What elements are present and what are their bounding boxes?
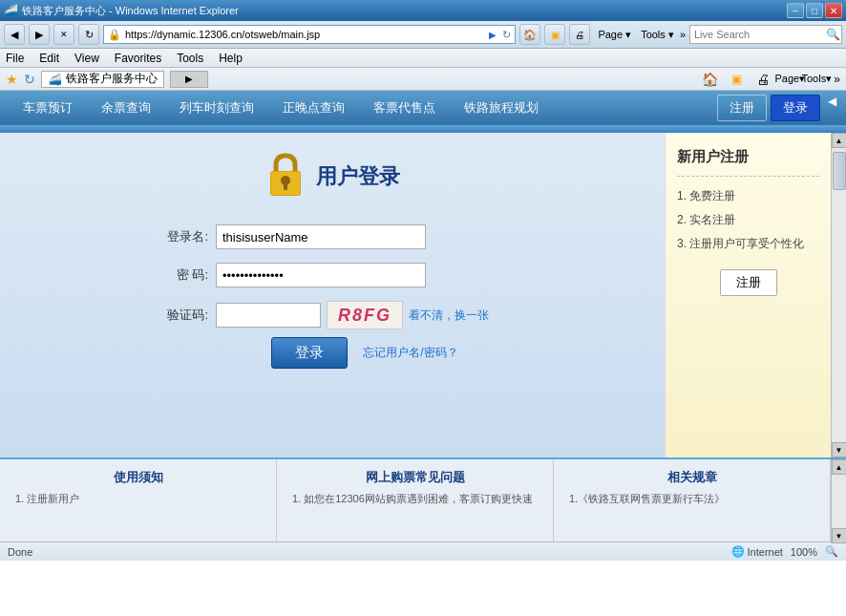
fav-refresh-icon[interactable]: ↻ (24, 72, 35, 87)
register-list: 1. 免费注册 2. 实名注册 3. 注册用户可享受个性化 (677, 184, 819, 256)
captcha-section: R8FG 看不清，换一张 (216, 301, 489, 329)
print-icon[interactable]: 🖨 (569, 24, 590, 45)
page-menu[interactable]: Page ▾ (594, 29, 635, 41)
login-area: 用户登录 登录名: 密 码: 验证码: R8FG 看不清，换一张 (0, 133, 665, 457)
refresh-button[interactable]: ↻ (78, 24, 99, 45)
fav-title-text: 铁路客户服务中心 (66, 71, 158, 87)
zone-indicator: 🌐 Internet (731, 545, 783, 558)
username-input[interactable] (216, 224, 426, 249)
toolbar: ◀ ▶ ✕ ↻ 🔒 ▶ ↻ 🏠 ▣ 🖨 Page ▾ Tools ▾ » 🔍 (0, 21, 846, 49)
bottom-col2-title: 网上购票常见问题 (292, 469, 538, 486)
print-fav-icon[interactable]: 🖨 (753, 70, 772, 89)
bottom-section: 使用须知 1. 注册新用户 网上购票常见问题 1. 如您在12306网站购票遇到… (0, 457, 846, 542)
bottom-col-faq: 网上购票常见问题 1. 如您在12306网站购票遇到困难，客票订购更快速 (277, 459, 554, 542)
login-nav-button[interactable]: 登录 (771, 95, 820, 121)
more-fav-icon[interactable]: » (834, 73, 840, 86)
tools-fav-btn[interactable]: Tools▾ (807, 70, 826, 89)
stop-button[interactable]: ✕ (53, 24, 74, 45)
menu-edit[interactable]: Edit (37, 52, 61, 65)
page-fav-btn[interactable]: Page▾ (780, 70, 799, 89)
minimize-button[interactable]: − (787, 3, 804, 18)
refresh-inline-icon[interactable]: ↻ (502, 29, 511, 41)
username-row: 登录名: (151, 224, 514, 249)
favorites-bar: ★ ↻ 🚄 铁路客户服务中心 ▶ 🏠 ▣ 🖨 Page▾ Tools▾ » (0, 68, 846, 91)
login-title-section: 用户登录 (264, 152, 400, 202)
password-label: 密 码: (151, 266, 208, 284)
menu-help[interactable]: Help (217, 52, 244, 65)
right-scrollbar: ▲ ▼ (831, 133, 846, 457)
forgot-password-link[interactable]: 忘记用户名/密码？ (363, 345, 457, 361)
menu-view[interactable]: View (73, 52, 101, 65)
menu-file[interactable]: File (4, 52, 26, 65)
zoom-icon: 🔍 (825, 545, 838, 558)
password-input[interactable] (216, 263, 426, 287)
captcha-row: 验证码: R8FG 看不清，换一张 (151, 301, 514, 329)
register-divider (677, 176, 819, 177)
rss-fav-icon[interactable]: ▣ (727, 70, 746, 89)
nav-trip-planning[interactable]: 铁路旅程规划 (451, 94, 552, 122)
app-icon: 🚄 (4, 4, 18, 17)
more-icon[interactable]: » (680, 29, 686, 40)
site-navigation: 车票预订 余票查询 列车时刻查询 正晚点查询 客票代售点 铁路旅程规划 注册 登… (0, 91, 846, 125)
search-icon[interactable]: 🔍 (826, 28, 840, 41)
scroll-thumb[interactable] (833, 152, 846, 190)
menu-tools[interactable]: Tools (175, 52, 205, 65)
nav-ticket-booking[interactable]: 车票预订 (10, 94, 86, 122)
captcha-input[interactable] (216, 303, 321, 328)
login-form: 登录名: 密 码: 验证码: R8FG 看不清，换一张 (151, 224, 514, 329)
list-item: 2. 实名注册 (677, 208, 819, 232)
back-button[interactable]: ◀ (4, 24, 25, 45)
bottom-col3-text: 1.《铁路互联网售票更新行车法》 (569, 492, 814, 506)
maximize-button[interactable]: □ (806, 3, 823, 18)
favorites-star-icon[interactable]: ★ (6, 72, 18, 87)
svg-rect-3 (284, 183, 287, 190)
search-input[interactable] (694, 29, 826, 40)
content-wrapper: 用户登录 登录名: 密 码: 验证码: R8FG 看不清，换一张 (0, 133, 846, 457)
rss-icon[interactable]: ▣ (544, 24, 565, 45)
bottom-col3-title: 相关规章 (569, 469, 814, 486)
blue-separator (0, 125, 846, 133)
bottom-col2-text: 1. 如您在12306网站购票遇到困难，客票订购更快速 (292, 492, 538, 506)
menu-bar: File Edit View Favorites Tools Help (0, 49, 846, 68)
zone-text: Internet (748, 546, 783, 558)
register-button[interactable]: 注册 (720, 269, 777, 296)
login-button-row: 登录 忘记用户名/密码？ (206, 337, 457, 369)
close-button[interactable]: ✕ (825, 3, 842, 18)
scroll-down-button[interactable]: ▼ (832, 442, 847, 457)
nav-delay-query[interactable]: 正晚点查询 (269, 94, 358, 122)
captcha-image: R8FG (327, 301, 403, 329)
nav-ticket-agents[interactable]: 客票代售点 (360, 94, 449, 122)
refresh-captcha-link[interactable]: 看不清，换一张 (409, 308, 489, 324)
scroll-up-button[interactable]: ▲ (832, 133, 847, 148)
tools-menu[interactable]: Tools ▾ (637, 29, 678, 41)
nav-schedule-query[interactable]: 列车时刻查询 (166, 94, 267, 122)
fav-icon: 🚄 (48, 73, 62, 86)
password-row: 密 码: (151, 263, 514, 287)
tab-button[interactable]: ▶ (170, 71, 208, 88)
bottom-scroll-down[interactable]: ▼ (832, 528, 847, 543)
internet-icon: 🌐 (731, 545, 745, 558)
login-button[interactable]: 登录 (271, 337, 348, 369)
home-icon[interactable]: 🏠 (519, 24, 540, 45)
list-item: 1. 免费注册 (677, 184, 819, 208)
status-bar: Done 🌐 Internet 100% 🔍 (0, 542, 846, 561)
address-bar: 🔒 ▶ ↻ (103, 25, 516, 44)
bottom-scrollbar: ▲ ▼ (831, 459, 846, 543)
window-title: 铁路客户服务中心 - Windows Internet Explorer (22, 4, 239, 18)
home-fav-icon[interactable]: 🏠 (700, 70, 719, 89)
bottom-col1-title: 使用须知 (15, 469, 261, 486)
menu-favorites[interactable]: Favorites (113, 52, 163, 65)
register-nav-button[interactable]: 注册 (717, 95, 767, 121)
go-button[interactable]: ▶ (487, 30, 498, 40)
search-bar: 🔍 (689, 25, 842, 44)
bottom-scroll-up[interactable]: ▲ (832, 459, 847, 475)
list-item: 3. 注册用户可享受个性化 (677, 232, 819, 256)
nav-remaining-tickets[interactable]: 余票查询 (88, 94, 164, 122)
bottom-col-notice: 使用须知 1. 注册新用户 (0, 459, 277, 542)
login-heading: 用户登录 (316, 162, 400, 191)
forward-button[interactable]: ▶ (29, 24, 50, 45)
address-input[interactable] (125, 29, 487, 40)
captcha-text: R8FG (338, 306, 391, 326)
bottom-col-rules: 相关规章 1.《铁路互联网售票更新行车法》 (554, 459, 831, 542)
lock-icon: 🔒 (108, 29, 121, 41)
